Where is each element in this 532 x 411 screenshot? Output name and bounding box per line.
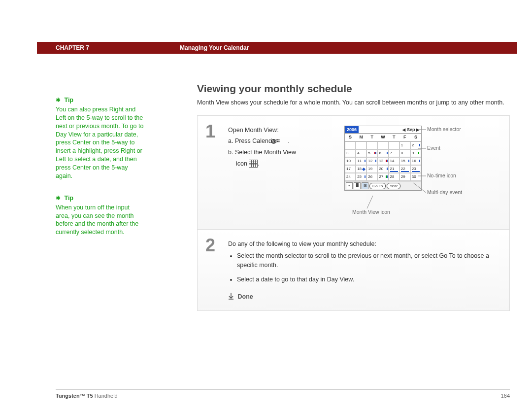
annotation-multi-day: Multi-day event — [427, 189, 462, 197]
dow: T — [366, 134, 377, 141]
section-heading: Viewing your monthly schedule — [197, 83, 510, 95]
sub-step-label: b. — [228, 149, 233, 156]
step-number: 2 — [198, 230, 226, 310]
pda-date-cell: 6 — [377, 149, 388, 157]
chapter-label: CHAPTER 7 — [37, 44, 180, 51]
step-lead: Open Month View: — [228, 126, 334, 135]
pda-date-cell — [377, 141, 388, 149]
product-name: Tungsten™ T5 Handheld — [56, 393, 118, 399]
tip-body: When you turn off the input area, you ca… — [56, 204, 144, 237]
annotation-month-selector: Month selector — [427, 126, 461, 134]
annotation-month-view-icon: Month View icon — [352, 208, 390, 216]
svg-rect-3 — [276, 139, 277, 140]
tip-block: ✱ Tip You can also press Right and Left … — [56, 96, 144, 180]
pda-date-cell — [345, 141, 356, 149]
pda-date-cell: 4 — [356, 149, 366, 157]
pda-date-cell: 23 — [410, 165, 421, 173]
pda-date-cell — [366, 141, 377, 149]
page: CHAPTER 7 Managing Your Calendar ✱ Tip Y… — [0, 0, 532, 411]
svg-line-11 — [367, 196, 373, 208]
day-view-icon: ▪ — [346, 182, 353, 189]
pda-year: 2006 — [345, 126, 359, 133]
list-item: Select the month selector to scroll to t… — [237, 251, 502, 270]
pda-date-cell: 15 — [399, 157, 410, 165]
dow: S — [345, 134, 356, 141]
pda-bottom-bar: ▪ ≣ ⊞ Go To Year — [345, 181, 421, 190]
pda-date-cell — [356, 141, 366, 149]
pda-date-cell: 25 — [356, 173, 366, 181]
annotation-no-time: No-time icon — [427, 172, 456, 180]
sub-step-cont: icon . — [228, 159, 334, 169]
svg-rect-5 — [276, 141, 277, 142]
header-bar: CHAPTER 7 Managing Your Calendar — [37, 42, 517, 54]
pda-date-cell: 5 — [366, 149, 377, 157]
svg-rect-6 — [278, 141, 279, 142]
pda-date-cell: 14 — [389, 157, 399, 165]
page-footer: Tungsten™ T5 Handheld 164 — [56, 389, 510, 399]
calendar-icon — [279, 138, 288, 145]
month-selector: ◀ Sep ▶ — [359, 126, 421, 133]
asterisk-icon: ✱ — [56, 97, 61, 103]
dow: T — [389, 134, 399, 141]
dow: F — [399, 134, 410, 141]
pda-date-cell: 29 — [399, 173, 410, 181]
sub-step-label: a. — [228, 137, 233, 144]
page-number: 164 — [501, 393, 510, 399]
pda-date-cell: 21 — [389, 165, 399, 173]
pda-date-cell: 16 — [410, 157, 421, 165]
goto-button: Go To — [369, 183, 386, 189]
period: . — [288, 137, 290, 144]
pda-date-cell: 17 — [345, 165, 356, 173]
pda-top-bar: 2006 ◀ Sep ▶ — [345, 126, 421, 134]
step: 1 Open Month View: a. Press Calendar — [198, 116, 509, 230]
done-marker: Done — [228, 291, 502, 302]
dow: S — [410, 134, 421, 141]
pda-date-cell: 19 — [366, 165, 377, 173]
week-view-icon: ≣ — [354, 182, 361, 189]
section-intro: Month View shows your schedule for a who… — [197, 99, 510, 107]
pda-date-cell: 26 — [366, 173, 377, 181]
main-content: Viewing your monthly schedule Month View… — [197, 83, 510, 311]
step: 2 Do any of the following to view your m… — [198, 230, 509, 310]
pda-date-cell: 1 — [399, 141, 410, 149]
pda-month-label: Sep — [407, 127, 415, 132]
bullet-list: Select the month selector to scroll to t… — [228, 251, 502, 284]
pda-screenshot: 2006 ◀ Sep ▶ S M T W T — [344, 126, 422, 191]
tip-heading: Tip — [64, 97, 73, 103]
chevron-left-icon: ◀ — [402, 127, 405, 132]
dow: M — [356, 134, 366, 141]
pda-date-cell: 18 — [356, 165, 366, 173]
annotation-event: Event — [427, 144, 440, 152]
pda-date-cell: 27 — [377, 173, 388, 181]
pda-date-cell: 20 — [377, 165, 388, 173]
pda-date-cell: 22 — [399, 165, 410, 173]
pda-date-cell: 10 — [345, 157, 356, 165]
period: . — [258, 160, 259, 167]
tip-body: You can also press Right and Left on the… — [56, 105, 144, 180]
sub-step: a. Press Calendar — [228, 137, 334, 146]
asterisk-icon: ✱ — [56, 195, 61, 202]
pda-date-cell: 8 — [399, 149, 410, 157]
pda-date-cell — [389, 141, 399, 149]
year-button: Year — [387, 183, 400, 189]
tip-block: ✱ Tip When you turn off the input area, … — [56, 194, 144, 237]
pda-date-cell: 3 — [345, 149, 356, 157]
pda-date-cell: 9 — [410, 149, 421, 157]
list-item: Select a date to go to that day in Day V… — [237, 275, 502, 284]
pda-date-cell: 12 — [366, 157, 377, 165]
tip-heading: Tip — [64, 195, 73, 202]
month-view-icon — [249, 160, 258, 168]
svg-rect-4 — [278, 139, 279, 140]
steps-container: 1 Open Month View: a. Press Calendar — [197, 115, 510, 311]
pda-date-cell: 28 — [389, 173, 399, 181]
pda-date-cell: 24 — [345, 173, 356, 181]
chapter-title: Managing Your Calendar — [180, 44, 249, 51]
dow: W — [377, 134, 388, 141]
month-view-icon-active: ⊞ — [362, 182, 368, 189]
sub-step: b. Select the Month View — [228, 148, 334, 157]
sidebar-tips: ✱ Tip You can also press Right and Left … — [56, 96, 144, 250]
sub-step-text: Select the Month View — [235, 149, 296, 156]
done-label: Done — [237, 293, 253, 300]
step-lead: Do any of the following to view your mon… — [228, 240, 502, 249]
down-arrow-icon — [228, 292, 234, 303]
